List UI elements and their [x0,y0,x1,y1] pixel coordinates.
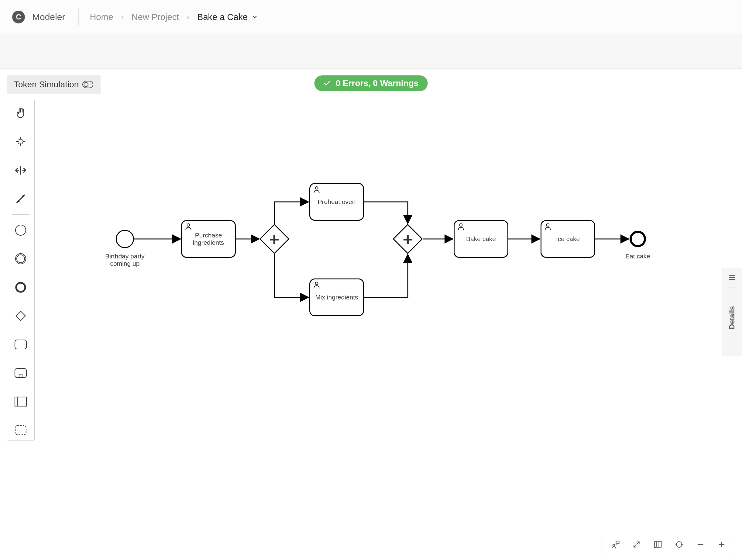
svg-point-27 [676,542,682,548]
diagram-svg [0,69,742,560]
divider [728,288,737,288]
breadcrumb-project[interactable]: New Project [131,12,179,22]
expand-icon [633,541,640,549]
chevron-down-icon [251,14,258,20]
breadcrumb-current-label: Bake a Cake [197,12,248,22]
end-event[interactable] [630,231,646,247]
svg-point-24 [460,224,463,226]
breadcrumb-current[interactable]: Bake a Cake [197,12,258,22]
user-task-icon [543,222,552,231]
user-task-icon [457,222,466,231]
svg-point-22 [315,187,318,189]
details-label: Details [728,306,736,329]
task-label: Purchase ingredients [182,232,235,246]
details-panel-toggle[interactable]: Details [722,268,742,356]
user-task-icon [312,185,321,194]
list-icon [728,273,736,282]
task-bake-cake[interactable]: Bake cake [454,220,508,258]
start-event[interactable] [116,230,134,248]
user-task-icon [184,222,193,231]
zoom-in-button[interactable] [717,540,727,549]
zoom-out-button[interactable] [695,540,705,549]
viewport-toolbar [602,536,735,553]
end-event-label: Eat cake [614,253,662,260]
person-feedback-icon [611,540,620,549]
svg-point-25 [547,224,549,226]
feedback-button[interactable] [611,540,620,549]
svg-text:C: C [16,13,21,21]
task-label: Mix ingredients [315,294,358,301]
task-preheat-oven[interactable]: Preheat oven [309,183,364,221]
svg-point-21 [187,224,190,226]
minimap-button[interactable] [653,540,663,549]
user-task-icon [312,280,321,290]
app-header: C Modeler Home › New Project › Bake a Ca… [0,0,742,34]
fullscreen-button[interactable] [632,540,641,549]
breadcrumb: Home › New Project › Bake a Cake [90,12,258,22]
breadcrumb-home[interactable]: Home [90,12,113,22]
subheader [0,34,742,69]
crosshair-icon [675,540,683,549]
start-event-label: Birthday party coming up [101,253,149,267]
chevron-right-icon: › [121,13,124,21]
plus-icon: + [269,229,279,249]
plus-icon: + [403,229,413,249]
svg-point-26 [613,544,615,546]
app-logo: C [12,11,25,23]
app-name: Modeler [32,8,79,26]
svg-point-23 [315,282,318,285]
canvas-area[interactable]: Token Simulation 0 Errors, 0 Warnings [0,69,742,560]
task-label: Preheat oven [318,198,356,206]
task-ice-cake[interactable]: Ice cake [540,220,595,258]
task-label: Bake cake [466,235,496,243]
chevron-right-icon: › [187,13,189,21]
reset-viewport-button[interactable] [674,540,684,549]
task-mix-ingredients[interactable]: Mix ingredients [309,278,364,316]
task-label: Ice cake [556,235,580,243]
minus-icon [697,541,704,548]
plus-icon [718,541,725,548]
task-purchase-ingredients[interactable]: Purchase ingredients [181,220,236,258]
map-icon [653,540,662,549]
